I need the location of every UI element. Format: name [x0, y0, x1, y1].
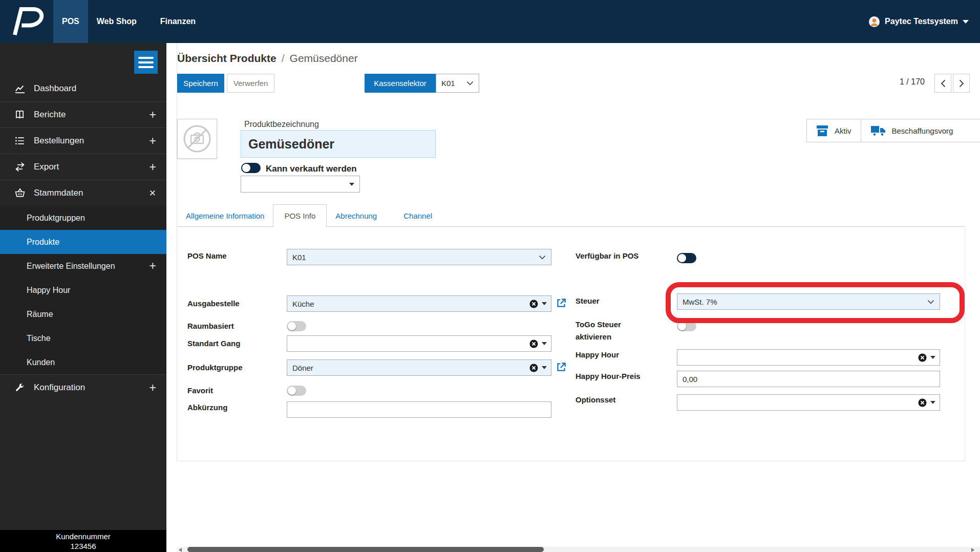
user-menu[interactable]: Paytec Testsystem — [868, 0, 980, 43]
scroll-left-arrow-icon[interactable] — [179, 548, 182, 552]
ausgabestelle-label: Ausgabestelle — [187, 299, 240, 308]
raumbasiert-toggle[interactable] — [287, 321, 306, 331]
panel-bottom-border — [177, 461, 965, 461]
produktgruppe-combobox[interactable]: Döner — [287, 359, 551, 376]
expand-plus-icon[interactable]: + — [150, 109, 156, 121]
top-nav-pos[interactable]: POS — [53, 0, 88, 43]
tab-pos-info[interactable]: POS Info — [273, 204, 327, 227]
horizontal-scrollbar-thumb[interactable] — [187, 547, 544, 552]
optionsset-combobox[interactable] — [677, 394, 940, 411]
clear-icon[interactable] — [529, 300, 538, 308]
pos-name-label: POS Name — [187, 251, 227, 260]
menu-toggle-button[interactable] — [134, 51, 158, 74]
book-icon — [14, 110, 27, 120]
kasse-select[interactable]: K01 — [436, 74, 479, 93]
product-image-placeholder[interactable] — [177, 119, 217, 159]
kassenselektor-button[interactable]: Kassenselektor — [365, 74, 436, 93]
paytec-logo[interactable] — [0, 0, 53, 43]
verfuegbar-in-pos-toggle[interactable] — [677, 253, 696, 263]
dropdown-caret-icon[interactable] — [930, 401, 935, 404]
ausgabestelle-combobox[interactable]: Küche — [287, 295, 551, 312]
sidebar-item-produktgruppen[interactable]: Produktgruppen — [0, 206, 166, 230]
sidebar-item-export[interactable]: Export + — [0, 154, 166, 180]
sidebar-item-konfiguration[interactable]: Konfiguration + — [0, 374, 166, 400]
dropdown-caret-icon[interactable] — [542, 342, 547, 345]
truck-icon — [870, 125, 886, 136]
happy-hour-preis-label: Happy Hour-Preis — [576, 372, 641, 380]
sidebar-item-raeume[interactable]: Räume — [0, 302, 166, 326]
sidebar-item-bestellungen[interactable]: Bestellungen + — [0, 128, 166, 154]
happy-hour-preis-input[interactable] — [677, 371, 940, 387]
produktgruppe-value: Döner — [292, 364, 526, 372]
tab-allgemeine-information[interactable]: Allgemeine Information — [177, 204, 273, 227]
dropdown-caret-icon[interactable] — [542, 366, 547, 369]
status-procurement[interactable]: Beschaffungsvorg — [861, 119, 963, 142]
collapse-x-icon[interactable]: ✕ — [149, 189, 156, 198]
user-avatar-icon — [868, 16, 880, 28]
clear-icon[interactable] — [918, 353, 927, 362]
product-category-select[interactable] — [241, 176, 360, 193]
status-active[interactable]: Aktiv — [807, 119, 861, 142]
steuer-select[interactable]: MwSt. 7% — [677, 293, 940, 310]
customer-number-value: 123456 — [0, 541, 166, 551]
pos-name-select[interactable]: K01 — [287, 249, 551, 265]
sidebar-item-produkte[interactable]: Produkte — [0, 230, 166, 254]
dropdown-caret-icon[interactable] — [542, 302, 547, 305]
product-name-input[interactable] — [241, 130, 436, 158]
dropdown-caret-icon[interactable] — [930, 356, 935, 359]
scroll-right-arrow-icon[interactable] — [971, 548, 974, 552]
sidebar-item-dashboard[interactable]: Dashboard — [0, 75, 166, 101]
sidebar-item-stammdaten[interactable]: Stammdaten ✕ — [0, 180, 166, 206]
top-nav-webshop[interactable]: Web Shop — [88, 0, 145, 43]
top-nav-finanzen[interactable]: Finanzen — [152, 0, 204, 43]
chevron-right-icon — [959, 79, 964, 88]
transfer-arrows-icon — [14, 162, 27, 172]
open-produktgruppe-icon[interactable] — [556, 362, 567, 373]
sidebar-item-label: Stammdaten — [34, 188, 83, 198]
clear-icon[interactable] — [529, 364, 538, 372]
standart-gang-combobox[interactable] — [287, 335, 551, 352]
optionsset-label: Optionsset — [576, 395, 615, 404]
sidebar-item-label: Happy Hour — [27, 286, 70, 295]
toggle-knob — [242, 164, 250, 172]
clear-icon[interactable] — [529, 339, 538, 348]
top-nav-webshop-label: Web Shop — [97, 17, 137, 26]
kann-verkauft-werden-toggle[interactable] — [241, 163, 261, 173]
paytec-logo-icon — [9, 7, 45, 36]
sidebar-item-tische[interactable]: Tische — [0, 326, 166, 350]
top-nav: POS Web Shop Finanzen — [53, 0, 204, 43]
chevron-down-icon — [539, 255, 546, 260]
status-active-label: Aktiv — [835, 126, 851, 135]
expand-plus-icon[interactable]: + — [150, 382, 156, 394]
sidebar-item-label: Produktgruppen — [27, 214, 85, 223]
save-button[interactable]: Speichern — [177, 74, 224, 93]
status-procurement-label: Beschaffungsvorg — [892, 126, 953, 135]
breadcrumb-section[interactable]: Übersicht Produkte — [177, 52, 276, 65]
tab-channel[interactable]: Channel — [395, 204, 441, 227]
open-ausgabestelle-icon[interactable] — [556, 298, 567, 309]
expand-plus-icon[interactable]: + — [150, 161, 156, 173]
sidebar-item-label: Erweiterte Einstellungen — [27, 262, 115, 271]
abkuerzung-input[interactable] — [287, 401, 551, 418]
happy-hour-combobox[interactable] — [677, 349, 940, 366]
steuer-value: MwSt. 7% — [683, 298, 923, 306]
expand-plus-icon[interactable]: + — [150, 135, 156, 147]
favorit-toggle[interactable] — [287, 386, 306, 396]
togo-steuer-toggle[interactable] — [677, 321, 696, 331]
kasse-select-value: K01 — [441, 79, 462, 88]
sidebar-item-erweiterte-einstellungen[interactable]: Erweiterte Einstellungen + — [0, 254, 166, 278]
sidebar-item-happy-hour[interactable]: Happy Hour — [0, 278, 166, 302]
expand-plus-icon[interactable]: + — [150, 260, 156, 272]
breadcrumb-separator: / — [282, 52, 285, 65]
previous-product-button[interactable] — [934, 74, 951, 93]
sidebar-item-kunden[interactable]: Kunden — [0, 350, 166, 374]
clear-icon[interactable] — [918, 398, 927, 407]
breadcrumb-current: Gemüsedöner — [290, 52, 358, 65]
sidebar-item-label: Tische — [27, 334, 51, 343]
discard-button[interactable]: Verwerfen — [227, 74, 274, 93]
tab-abrechnung[interactable]: Abrechnung — [327, 204, 386, 227]
toggle-knob — [288, 387, 296, 395]
sellable-label: Kann verkauft werden — [266, 164, 357, 174]
sidebar-item-berichte[interactable]: Berichte + — [0, 101, 166, 128]
next-product-button[interactable] — [953, 74, 970, 93]
